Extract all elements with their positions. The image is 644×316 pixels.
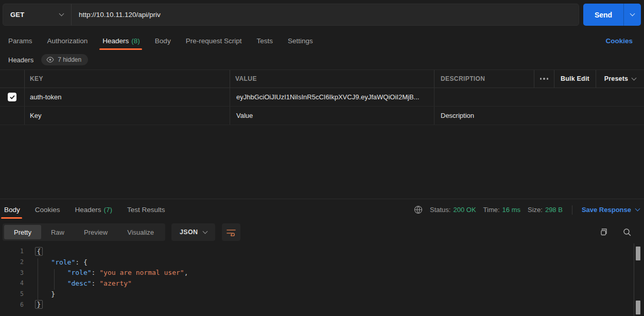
tab-label: Settings <box>288 37 313 45</box>
chevron-down-icon <box>203 229 208 234</box>
status-value: 200 OK <box>453 206 476 214</box>
postman-window: GET Send Params Authorization Headers (8… <box>0 0 644 316</box>
code-line: 4 "desc": "azerty" <box>0 278 633 289</box>
divider <box>572 205 572 215</box>
chevron-down-icon <box>630 11 635 16</box>
view-mode-preview[interactable]: Preview <box>74 225 117 239</box>
send-split-button: Send <box>583 4 641 26</box>
line-number: 5 <box>0 290 27 297</box>
tab-pre-request-script[interactable]: Pre-request Script <box>186 32 242 50</box>
size-label: Size: <box>528 206 543 214</box>
tab-label: Cookies <box>35 206 60 214</box>
search-button[interactable] <box>622 227 632 237</box>
scrollbar-thumb[interactable] <box>636 247 640 260</box>
status-label: Status: <box>430 206 450 214</box>
tab-label: Pre-request Script <box>186 37 242 45</box>
checkbox-check-icon <box>9 94 15 100</box>
bulk-edit-button[interactable]: Bulk Edit <box>554 70 596 87</box>
line-number: 2 <box>0 258 27 266</box>
code-text: "role": { <box>27 258 88 266</box>
code-text: "role": "you are normal user", <box>27 269 188 276</box>
header-value-cell[interactable]: eyJhbGciOiJIUzI1NiIsInR5cCI6IkpXVCJ9.eyJ… <box>230 88 434 106</box>
tab-label: Headers <box>102 37 129 45</box>
code-line: 6} <box>0 299 633 310</box>
headers-table: KEY VALUE DESCRIPTION Bulk Edit Presets … <box>0 69 644 125</box>
time-label: Time: <box>483 206 500 214</box>
header-description-cell[interactable] <box>434 88 644 106</box>
line-number: 1 <box>0 248 27 255</box>
row-checkbox[interactable] <box>8 93 16 101</box>
line-number: 3 <box>0 269 27 276</box>
indent-guide <box>54 269 55 290</box>
select-all-column <box>0 70 24 87</box>
description-placeholder-cell[interactable]: Description <box>434 107 644 125</box>
column-header-key: KEY <box>24 70 230 87</box>
globe-icon <box>414 205 423 214</box>
presets-dropdown[interactable]: Presets <box>596 70 644 87</box>
row-checkbox-cell <box>0 107 24 125</box>
key-placeholder-cell[interactable]: Key <box>24 107 230 125</box>
scrollbar-track <box>634 243 644 316</box>
code-line: 5 } <box>0 289 633 300</box>
tab-label: Body <box>4 206 20 214</box>
time-indicator: Time: 16 ms <box>483 206 520 214</box>
send-button[interactable]: Send <box>583 4 623 26</box>
headers-table-header: KEY VALUE DESCRIPTION Bulk Edit Presets <box>0 69 644 88</box>
send-options-button[interactable] <box>623 4 641 26</box>
header-key-cell[interactable]: auth-token <box>24 88 230 106</box>
line-number: 4 <box>0 279 27 287</box>
response-toolbar: Pretty Raw Preview Visualize JSON <box>3 223 240 241</box>
code-text: { <box>27 248 43 255</box>
wrap-text-button[interactable] <box>222 223 240 241</box>
response-meta: Status: 200 OK Time: 16 ms Size: 298 B S… <box>414 200 639 220</box>
code-lines: 1{2 "role": {3 "role": "you are normal u… <box>0 246 633 310</box>
indent-guide <box>38 258 38 300</box>
tab-body[interactable]: Body <box>155 32 171 50</box>
presets-label: Presets <box>604 75 629 82</box>
view-mode-switcher: Pretty Raw Preview Visualize <box>3 223 165 241</box>
response-tab-cookies[interactable]: Cookies <box>35 201 60 219</box>
url-input[interactable] <box>72 4 579 25</box>
chevron-down-icon <box>632 75 637 80</box>
pane-divider <box>0 199 644 199</box>
active-tab-underline <box>99 48 142 50</box>
format-select[interactable]: JSON <box>171 223 215 241</box>
response-tab-body[interactable]: Body <box>4 201 20 219</box>
more-options-button[interactable] <box>534 70 554 87</box>
tab-params[interactable]: Params <box>8 32 32 50</box>
tab-tests[interactable]: Tests <box>256 32 273 50</box>
header-row-empty: Key Value Description <box>0 107 644 125</box>
column-header-description: DESCRIPTION <box>434 70 534 87</box>
save-response-dropdown[interactable]: Save Response <box>582 206 639 214</box>
method-select[interactable]: GET <box>3 4 72 25</box>
code-line: 1{ <box>0 246 633 257</box>
copy-icon <box>599 227 608 237</box>
text-wrap-icon <box>226 228 236 236</box>
status-indicator: Status: 200 OK <box>430 206 476 214</box>
value-placeholder-cell[interactable]: Value <box>230 107 434 125</box>
hidden-headers-toggle[interactable]: 7 hidden <box>41 54 88 65</box>
request-bar: GET Send <box>3 4 641 26</box>
response-tab-headers[interactable]: Headers (7) <box>75 201 113 219</box>
tab-label: Body <box>155 37 171 45</box>
tab-headers[interactable]: Headers (8) <box>102 32 140 50</box>
view-mode-raw[interactable]: Raw <box>41 225 74 239</box>
tab-label: Params <box>8 37 32 45</box>
response-tab-test-results[interactable]: Test Results <box>127 201 165 219</box>
code-text: } <box>27 290 55 298</box>
cookies-link[interactable]: Cookies <box>605 37 633 45</box>
size-indicator: Size: 298 B <box>528 206 563 214</box>
tab-authorization[interactable]: Authorization <box>47 32 88 50</box>
copy-button[interactable] <box>599 227 608 237</box>
active-tab-underline <box>1 217 22 219</box>
more-options-icon <box>540 78 549 80</box>
view-mode-pretty[interactable]: Pretty <box>4 225 41 239</box>
headers-section-title: Headers <box>8 56 33 64</box>
scrollbar-thumb[interactable] <box>636 301 640 314</box>
view-mode-visualize[interactable]: Visualize <box>117 225 164 239</box>
response-body-viewer: 1{2 "role": {3 "role": "you are normal u… <box>0 246 633 316</box>
header-row-auth-token: auth-token eyJhbGciOiJIUzI1NiIsInR5cCI6I… <box>0 88 644 107</box>
request-tabs: Params Authorization Headers (8) Body Pr… <box>8 32 636 50</box>
response-actions <box>599 223 632 241</box>
tab-settings[interactable]: Settings <box>288 32 313 50</box>
